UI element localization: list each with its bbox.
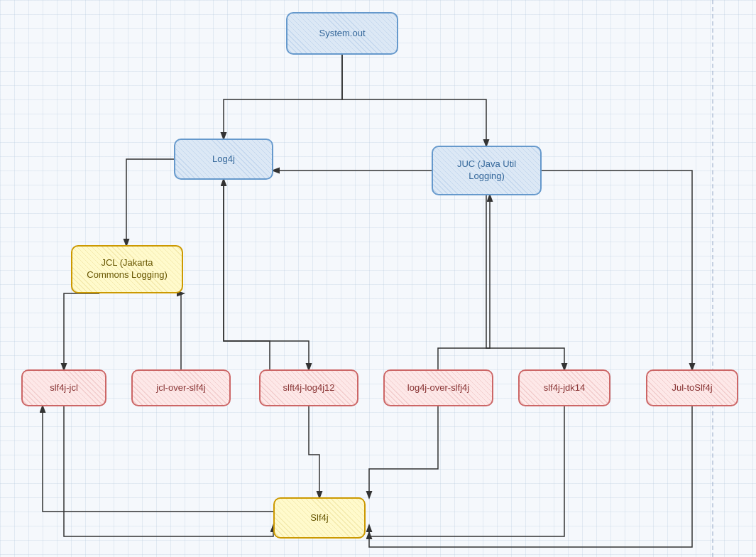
juc-node[interactable]: JUC (Java Util Logging) xyxy=(432,146,542,195)
slf4j-jcl-node[interactable]: slf4j-jcl xyxy=(21,369,106,406)
log4j-over-slfj4j-node[interactable]: log4j-over-slfj4j xyxy=(383,369,493,406)
slf4j-jdk14-node[interactable]: slf4j-jdk14 xyxy=(518,369,610,406)
slf4j-node[interactable]: Slf4j xyxy=(273,497,366,539)
system-out-node[interactable]: System.out xyxy=(286,12,398,55)
jcl-over-slf4j-node[interactable]: jcl-over-slf4j xyxy=(131,369,231,406)
jul-to-slf4j-node[interactable]: Jul-toSlf4j xyxy=(646,369,738,406)
jcl-node[interactable]: JCL (Jakarta Commons Logging) xyxy=(71,245,183,293)
slf4j-log4j12-node[interactable]: slft4j-log4j12 xyxy=(259,369,358,406)
log4j-node[interactable]: Log4j xyxy=(174,139,273,180)
